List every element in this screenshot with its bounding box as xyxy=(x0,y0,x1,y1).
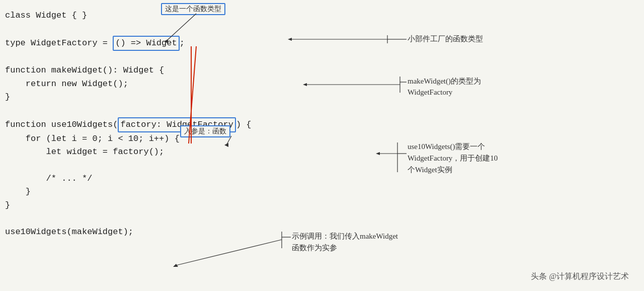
annotation-param-label: 入参是：函数 xyxy=(180,125,230,137)
code-line-4 xyxy=(5,51,251,64)
code-line-14: } xyxy=(5,185,251,198)
annotation-example-call-1: 示例调用：我们传入makeWidget xyxy=(292,232,398,241)
annotation-makewidget-type-2: WidgetFactory xyxy=(408,88,452,97)
main-container: class Widget { } type WidgetFactory = ()… xyxy=(0,0,644,291)
annotation-use10widgets-3: 个Widget实例 xyxy=(408,165,452,175)
svg-marker-16 xyxy=(376,152,380,155)
annotation-makewidget-type-1: makeWidget()的类型为 xyxy=(408,77,481,86)
annotation-use10widgets-1: use10Widgets()需要一个 xyxy=(408,142,485,152)
code-line-12 xyxy=(5,159,251,172)
code-line-13: /* ... */ xyxy=(5,172,251,185)
code-line-15: } xyxy=(5,199,251,212)
annotation-function-type-label: 这是一个函数类型 xyxy=(161,3,225,15)
code-area: class Widget { } type WidgetFactory = ()… xyxy=(5,5,251,239)
annotation-example-call-2: 函数作为实参 xyxy=(292,243,337,253)
annotation-factory-type: 小部件工厂的函数类型 xyxy=(408,34,483,44)
code-line-17: use10Widgets(makeWidget); xyxy=(5,226,251,239)
code-line-11: let widget = factory(); xyxy=(5,146,251,159)
code-line-6: return new Widget(); xyxy=(5,78,251,91)
code-line-16 xyxy=(5,212,251,225)
svg-marker-6 xyxy=(288,38,292,41)
svg-marker-10 xyxy=(303,83,307,86)
code-line-8 xyxy=(5,104,251,117)
watermark: 头条 @计算机程序设计艺术 xyxy=(531,271,629,282)
svg-marker-22 xyxy=(173,264,178,267)
svg-line-21 xyxy=(176,240,282,265)
code-line-5: function makeWidget(): Widget { xyxy=(5,64,251,77)
code-line-7: } xyxy=(5,91,251,104)
code-line-3: type WidgetFactory = () => Widget; xyxy=(5,36,251,51)
widget-factory-type-highlight: () => Widget xyxy=(113,36,179,51)
annotation-use10widgets-2: WidgetFactory，用于创建10 xyxy=(408,154,498,163)
code-line-2 xyxy=(5,22,251,35)
